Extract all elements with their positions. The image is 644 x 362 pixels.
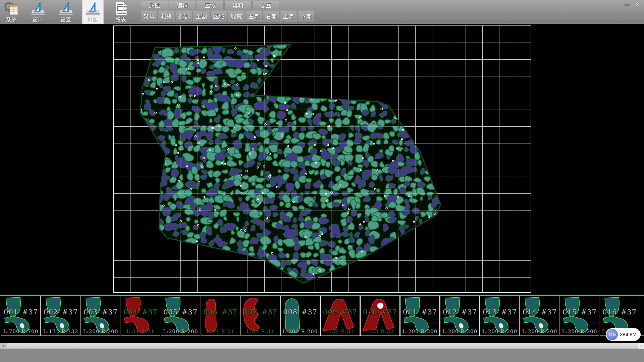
piece-name: 011_#37 <box>400 308 439 316</box>
toolbar-tab-1[interactable]: 系统 <box>1 0 22 24</box>
menu1-button-4[interactable]: 排料 <box>224 1 252 10</box>
toolbar-tab-5[interactable]: 报表 <box>110 0 132 24</box>
pieces-filmstrip: 001_#37L:700 R:700002_#37L:132 R:132003_… <box>0 296 644 337</box>
system-gear-icon <box>4 1 19 16</box>
close-button[interactable]: ✕ <box>633 1 643 9</box>
menu-row-2: 聚排相机选割全割区域瑕疵左靠右靠上靠下靠 <box>141 10 315 22</box>
progress-percent-badge: 38% <box>606 329 618 340</box>
bottom-status-bar <box>0 349 644 362</box>
piece-lr-count: L:31 R:31 <box>121 328 160 335</box>
nesting-canvas[interactable] <box>0 24 644 296</box>
menu2-button-10[interactable]: 下靠 <box>298 10 314 22</box>
menu2-button-9[interactable]: 上靠 <box>280 10 297 22</box>
scroll-right-arrow[interactable]: › <box>638 343 644 349</box>
horizontal-scrollbar[interactable]: ‹ › <box>0 343 644 349</box>
piece-lr-count: L:200 R:200 <box>480 328 519 335</box>
menu2-button-8[interactable]: 右靠 <box>263 10 279 22</box>
filmstrip-cell-1[interactable]: 001_#37L:700 R:700 <box>1 296 41 336</box>
filmstrip-cell-7[interactable]: 007_#37L:31 R:31 <box>240 296 280 336</box>
filmstrip-cell-9[interactable]: 009_#37L:32 R:31 <box>320 296 360 336</box>
status-badge[interactable]: 38% 384.8M <box>606 328 641 341</box>
piece-name: 012_#37 <box>440 308 479 316</box>
toolbar-tab-label: 设置 <box>55 17 77 23</box>
piece-name: 002_#37 <box>41 308 80 316</box>
piece-name: 013_#37 <box>480 308 519 316</box>
menu1-button-3[interactable]: 区域 <box>197 1 224 10</box>
filmstrip-cell-13[interactable]: 013_#37L:200 R:200 <box>480 296 520 336</box>
menu2-button-5[interactable]: 区域 <box>211 10 227 22</box>
filmstrip-cell-15[interactable]: 015_#37L:200 R:200 <box>560 296 599 336</box>
filmstrip-cell-3[interactable]: 003_#37L:200 R:200 <box>81 296 120 336</box>
application-window: 系统设计设置排版报表 属性编辑区域排料交互 聚排相机选割全割区域瑕疵左靠右靠上靠… <box>0 0 644 362</box>
scroll-left-arrow[interactable]: ‹ <box>0 343 7 349</box>
filmstrip-cell-5[interactable]: 005_#37L:200 R:200 <box>161 296 200 336</box>
settings-ruler-icon <box>58 1 74 16</box>
piece-name: 007_#37 <box>241 308 280 316</box>
menu2-button-2[interactable]: 相机 <box>158 10 175 22</box>
piece-lr-count: L:200 R:200 <box>400 328 439 335</box>
menu1-button-1[interactable]: 属性 <box>141 1 168 10</box>
menu2-button-3[interactable]: 选割 <box>176 10 192 22</box>
toolbar-tab-3[interactable]: 设置 <box>55 0 77 24</box>
menu2-button-4[interactable]: 全割 <box>193 10 210 22</box>
piece-name: 014_#37 <box>520 308 559 316</box>
piece-name: 015_#37 <box>560 308 599 316</box>
titlebar: 系统设计设置排版报表 属性编辑区域排料交互 聚排相机选割全割区域瑕疵左靠右靠上靠… <box>0 0 644 24</box>
piece-name: 001_#37 <box>1 308 40 316</box>
piece-name: 005_#37 <box>161 308 200 316</box>
filmstrip-cell-14[interactable]: 014_#37L:200 R:200 <box>520 296 559 336</box>
piece-lr-count: L:32 R:31 <box>321 328 360 335</box>
toolbar-tab-label: 设计 <box>27 17 49 23</box>
filmstrip-cell-partial[interactable] <box>640 296 644 336</box>
piece-name: 004_#37 <box>121 308 160 316</box>
piece-lr-count: L:200 R:200 <box>161 328 200 335</box>
filmstrip-cell-8[interactable]: 008_#37L:200 R:200 <box>280 296 320 336</box>
design-ruler-icon <box>30 1 46 16</box>
piece-name: 010_#37 <box>361 308 399 316</box>
piece-name: 009_#37 <box>321 308 360 316</box>
filmstrip-cell-6[interactable]: 006_#37L:21 R:21 <box>201 296 240 336</box>
piece-lr-count: L:21 R:21 <box>201 328 240 335</box>
filmstrip-cell-12[interactable]: 012_#37L:200 R:200 <box>440 296 480 336</box>
filmstrip-cell-4[interactable]: 004_#37L:31 R:31 <box>121 296 160 336</box>
menu2-button-1[interactable]: 聚排 <box>141 10 157 22</box>
memory-usage-label: 384.8M <box>620 328 637 341</box>
menu2-button-6[interactable]: 瑕疵 <box>228 10 245 22</box>
filmstrip-cell-2[interactable]: 002_#37L:132 R:132 <box>41 296 80 336</box>
piece-lr-count: L:200 R:200 <box>560 328 599 335</box>
toolbar-tab-label: 排版 <box>82 17 104 23</box>
piece-name: 016_#37 <box>600 308 639 316</box>
window-controls: — ✕ <box>622 1 643 9</box>
filmstrip-cell-10[interactable]: 010_#37L:33 R:33 <box>360 296 400 336</box>
toolbar-tab-label: 报表 <box>110 17 132 23</box>
menu-row-1: 属性编辑区域排料交互 <box>141 1 280 10</box>
menu1-button-5[interactable]: 交互 <box>252 1 279 10</box>
piece-lr-count: L:200 R:200 <box>281 328 320 335</box>
piece-lr-count: L:200 R:200 <box>520 328 559 335</box>
toolbar-tab-2[interactable]: 设计 <box>27 0 49 24</box>
toolbar-tab-label: 系统 <box>1 17 22 23</box>
piece-name: 003_#37 <box>81 308 120 316</box>
menu1-button-2[interactable]: 编辑 <box>169 1 196 10</box>
report-doc-icon <box>113 1 129 16</box>
piece-lr-count: L:132 R:132 <box>41 328 80 335</box>
filmstrip-cell-11[interactable]: 011_#37L:200 R:200 <box>400 296 440 336</box>
minimize-button[interactable]: — <box>622 1 632 9</box>
piece-name: 006_#37 <box>201 308 240 316</box>
piece-name: 008_#37 <box>281 308 320 316</box>
toolbar-tab-4[interactable]: 排版 <box>82 0 104 24</box>
piece-lr-count: L:200 R:200 <box>440 328 479 335</box>
piece-lr-count: L:31 R:31 <box>241 328 280 335</box>
piece-lr-count: L:200 R:200 <box>81 328 120 335</box>
piece-lr-count: L:33 R:33 <box>361 328 399 335</box>
piece-lr-count: L:700 R:700 <box>1 328 40 335</box>
menu2-button-7[interactable]: 左靠 <box>246 10 262 22</box>
layout-ruler-icon <box>85 1 101 16</box>
